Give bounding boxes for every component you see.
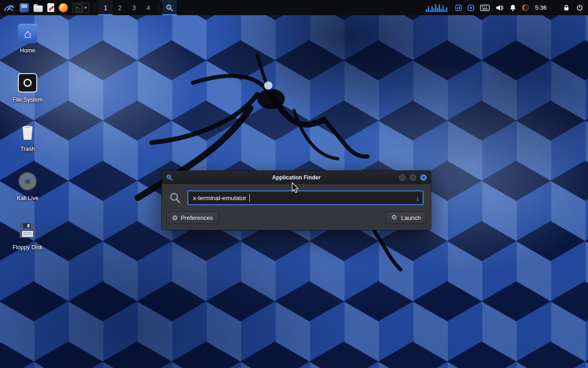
desktop-icon-column: ⌂ Home File System Trash bbox=[6, 23, 50, 265]
workspace-label: 3 bbox=[132, 4, 136, 12]
tray-monitor-icon[interactable] bbox=[455, 5, 462, 11]
panel-left: >_ ▾ 1 2 3 4 bbox=[0, 0, 177, 15]
home-folder-icon: ⌂ bbox=[18, 24, 37, 43]
applications-menu-button[interactable] bbox=[0, 0, 17, 15]
chevron-down-icon[interactable]: ▾ bbox=[85, 5, 87, 10]
button-row: ⚙ Preferences Launch bbox=[162, 209, 431, 230]
search-row: x-terminal-emulator ↓ bbox=[162, 184, 431, 209]
logout-icon[interactable] bbox=[576, 4, 583, 12]
workspace-button-2[interactable]: 2 bbox=[113, 0, 127, 15]
panel-separator bbox=[158, 3, 159, 12]
desktop-icon-floppy-disk[interactable]: Floppy Disk bbox=[6, 220, 50, 265]
search-icon bbox=[165, 4, 174, 12]
lock-icon[interactable] bbox=[563, 4, 570, 12]
workspace-label: 4 bbox=[147, 4, 150, 12]
workspace-button-4[interactable]: 4 bbox=[141, 0, 155, 15]
maximize-button[interactable] bbox=[410, 174, 416, 181]
file-manager-icon bbox=[20, 3, 29, 12]
keyboard-icon[interactable] bbox=[480, 4, 490, 12]
panel-tray: 5:36 bbox=[425, 0, 588, 15]
folder-icon bbox=[34, 6, 43, 12]
firefox-launcher[interactable] bbox=[57, 0, 70, 15]
launch-button[interactable]: Launch bbox=[386, 212, 426, 224]
desktop-icon-kali-live[interactable]: Kali Live bbox=[6, 171, 50, 216]
top-panel: >_ ▾ 1 2 3 4 bbox=[0, 0, 588, 15]
firefox-icon bbox=[59, 3, 68, 12]
desktop-icon-file-system[interactable]: File System bbox=[6, 72, 50, 117]
terminal-icon: >_ bbox=[75, 4, 83, 12]
kali-disc-icon bbox=[18, 172, 37, 191]
terminal-launcher[interactable]: >_ ▾ bbox=[70, 0, 91, 15]
workspace-button-3[interactable]: 3 bbox=[127, 0, 141, 15]
folder-launcher[interactable] bbox=[31, 0, 45, 15]
workspace-label: 1 bbox=[104, 4, 107, 12]
text-editor-icon bbox=[47, 3, 54, 12]
text-caret bbox=[249, 194, 250, 202]
desktop-icon-label: File System bbox=[12, 97, 42, 103]
desktop-icon-label: Home bbox=[20, 47, 35, 54]
file-manager-launcher[interactable] bbox=[17, 0, 31, 15]
window-app-icon bbox=[166, 174, 173, 181]
desktop-icon-label: Kali Live bbox=[17, 195, 38, 201]
workspace-label: 2 bbox=[118, 4, 122, 12]
kali-menu-icon bbox=[3, 2, 14, 13]
desktop: >_ ▾ 1 2 3 4 bbox=[0, 0, 588, 368]
titlebar[interactable]: Application Finder ✕ bbox=[162, 171, 431, 184]
text-editor-launcher[interactable] bbox=[45, 0, 57, 15]
search-input[interactable]: x-terminal-emulator ↓ bbox=[187, 190, 424, 205]
desktop-icon-home[interactable]: ⌂ Home bbox=[6, 23, 50, 68]
launch-button-label: Launch bbox=[401, 214, 421, 221]
application-finder-window: Application Finder ✕ x-terminal-emulator… bbox=[162, 171, 431, 230]
trash-icon bbox=[20, 123, 35, 141]
dropdown-arrow-icon[interactable]: ↓ bbox=[416, 194, 420, 202]
minimize-button[interactable] bbox=[399, 174, 406, 181]
notifications-bell-icon[interactable] bbox=[509, 4, 516, 12]
desktop-icon-trash[interactable]: Trash bbox=[6, 121, 50, 167]
gear-icon: ⚙ bbox=[172, 214, 178, 221]
clock[interactable]: 5:36 bbox=[535, 4, 547, 11]
update-indicator-icon[interactable] bbox=[522, 4, 529, 11]
close-icon: ✕ bbox=[422, 175, 425, 180]
drive-icon bbox=[18, 73, 37, 92]
search-icon bbox=[169, 192, 181, 204]
window-title: Application Finder bbox=[162, 174, 431, 181]
window-controls: ✕ bbox=[399, 174, 427, 181]
search-input-value: x-terminal-emulator bbox=[193, 195, 246, 201]
taskbar-application-finder[interactable] bbox=[162, 0, 177, 15]
workspace-button-1[interactable]: 1 bbox=[98, 0, 113, 15]
floppy-icon bbox=[18, 221, 37, 240]
preferences-button-label: Preferences bbox=[181, 214, 213, 221]
panel-separator bbox=[95, 3, 95, 12]
audio-spectrum-icon[interactable] bbox=[425, 4, 449, 12]
tray-network-icon[interactable] bbox=[468, 5, 474, 11]
desktop-icon-label: Floppy Disk bbox=[12, 244, 42, 251]
volume-icon[interactable] bbox=[496, 4, 503, 12]
preferences-button[interactable]: ⚙ Preferences bbox=[166, 212, 219, 224]
launch-icon bbox=[391, 214, 398, 221]
desktop-icon-label: Trash bbox=[20, 146, 35, 152]
terminal-launcher-box: >_ ▾ bbox=[73, 3, 89, 13]
close-button[interactable]: ✕ bbox=[420, 174, 427, 181]
